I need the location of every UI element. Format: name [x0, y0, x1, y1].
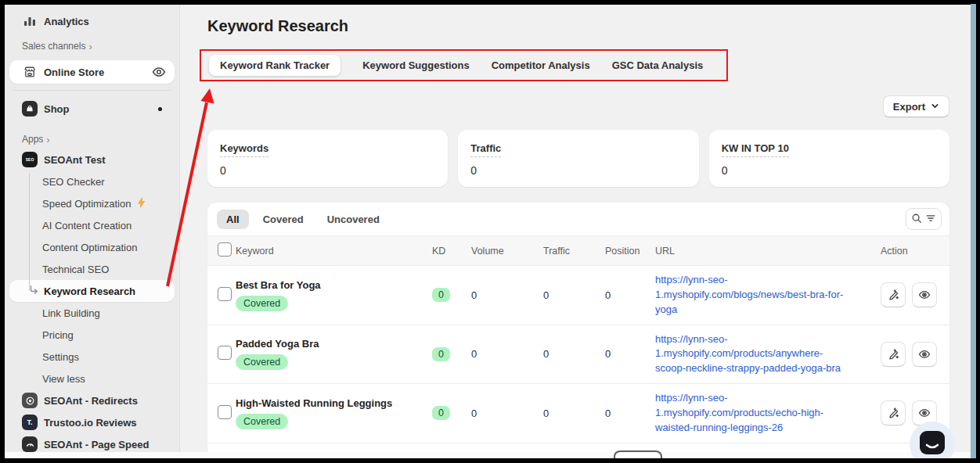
trustoo-app-icon: T.	[22, 415, 38, 430]
stat-label: KW IN TOP 10	[722, 142, 789, 157]
optimize-button[interactable]	[881, 282, 906, 307]
tab-keyword-suggestions[interactable]: Keyword Suggestions	[362, 55, 470, 76]
status-badge: Covered	[236, 414, 288, 429]
keyword-name: Best Bra for Yoga	[236, 279, 432, 291]
table-row: High-Waisted Running Leggings Covered 0 …	[207, 384, 949, 443]
seoant-app-icon: SEO	[22, 152, 38, 167]
chevron-down-icon	[931, 101, 939, 113]
chevron-right-icon: ›	[46, 134, 49, 145]
volume-value: 0	[471, 348, 543, 360]
stats-cards: Keywords 0 Traffic 0 KW IN TOP 10 0	[207, 130, 949, 187]
url-link[interactable]: https://lynn-seo-1.myshopify.com/product…	[655, 391, 881, 436]
sidebar-item-seo-checker[interactable]: SEO Checker	[9, 170, 175, 192]
sidebar-item-trustoo-reviews[interactable]: T. Trustoo.io Reviews	[9, 411, 175, 433]
view-store-eye-icon[interactable]	[151, 64, 167, 80]
shop-notification-dot	[158, 107, 167, 111]
status-badge: Covered	[236, 354, 288, 370]
stat-card-kw-in-top-10: KW IN TOP 10 0	[709, 130, 949, 187]
page-speed-app-icon	[22, 436, 38, 452]
sidebar-item-label: Keyword Research	[44, 285, 135, 297]
traffic-value: 0	[543, 348, 605, 360]
traffic-value: 0	[543, 407, 605, 419]
app-window: Analytics Sales channels› Online Store	[0, 0, 980, 463]
sidebar-item-content-optimization[interactable]: Content Optimization	[9, 236, 175, 258]
sidebar-item-online-store[interactable]: Online Store	[9, 60, 175, 84]
stat-label: Keywords	[220, 142, 268, 157]
sales-channels-header[interactable]: Sales channels›	[9, 38, 175, 54]
position-value: 0	[605, 407, 655, 419]
column-header-keyword: Keyword	[236, 246, 432, 257]
sidebar-item-link-building[interactable]: Link Building	[9, 302, 175, 324]
column-header-traffic: Traffic	[543, 246, 605, 257]
sidebar-item-label: Shop	[44, 103, 70, 115]
toolbar: Export	[207, 95, 949, 117]
tab-competitor-analysis[interactable]: Competitor Analysis	[492, 55, 590, 76]
volume-value: 0	[471, 407, 543, 419]
row-checkbox[interactable]	[218, 287, 232, 301]
traffic-value: 0	[543, 289, 605, 301]
url-link[interactable]: https://lynn-seo-1.myshopify.com/product…	[655, 332, 881, 377]
kd-value: 0	[432, 288, 450, 302]
sidebar-item-ai-content-creation[interactable]: AI Content Creation	[9, 214, 175, 236]
page-title: Keyword Research	[207, 17, 949, 35]
position-value: 0	[605, 348, 655, 360]
sidebar-item-technical-seo[interactable]: Technical SEO	[9, 258, 175, 280]
keyword-name: High-Waisted Running Leggings	[236, 397, 432, 409]
chat-bubble-icon	[917, 428, 947, 458]
stat-card-keywords: Keywords 0	[207, 130, 448, 187]
volume-value: 0	[471, 289, 543, 301]
tab-gsc-data-analysis[interactable]: GSC Data Analysis	[612, 55, 704, 76]
sidebar-item-keyword-research[interactable]: Keyword Research	[9, 280, 175, 302]
sidebar: Analytics Sales channels› Online Store	[5, 5, 180, 458]
nav-tree-connector	[29, 174, 30, 291]
sidebar-item-settings[interactable]: Settings	[9, 346, 175, 368]
select-all-checkbox[interactable]	[218, 242, 232, 257]
filter-tab-all[interactable]: All	[217, 210, 249, 229]
column-header-volume: Volume	[471, 246, 543, 257]
redirects-app-icon	[22, 393, 38, 408]
stat-label: Traffic	[470, 142, 501, 157]
sidebar-item-seoant-test[interactable]: SEO SEOAnt Test	[9, 149, 175, 170]
optimize-button[interactable]	[881, 400, 906, 425]
sidebar-item-label: Trustoo.io Reviews	[44, 417, 136, 429]
main-content: Keyword Research Keyword Rank Tracker Ke…	[180, 5, 971, 458]
stat-value: 0	[220, 164, 435, 177]
sidebar-item-speed-optimization[interactable]: Speed Optimization	[9, 192, 175, 214]
sidebar-item-label: SEOAnt Test	[44, 154, 106, 166]
export-button[interactable]: Export	[883, 95, 949, 117]
url-link[interactable]: https://lynn-seo-1.myshopify.com/blogs/n…	[655, 273, 881, 318]
filter-tab-covered[interactable]: Covered	[254, 210, 313, 229]
apps-header[interactable]: Apps›	[9, 131, 175, 147]
search-filter-button[interactable]	[906, 208, 942, 230]
view-button[interactable]	[912, 342, 937, 367]
analytics-icon	[22, 13, 38, 29]
keywords-table-card: All Covered Uncovered Keyword KD Volume …	[207, 203, 949, 458]
sidebar-item-analytics[interactable]: Analytics	[9, 10, 175, 32]
store-icon	[22, 64, 38, 80]
lightning-bolt-icon	[137, 197, 146, 210]
admin-viewport: Analytics Sales channels› Online Store	[5, 5, 971, 458]
row-checkbox[interactable]	[218, 405, 232, 419]
stat-value: 0	[722, 164, 937, 177]
sidebar-item-label: Analytics	[44, 16, 89, 27]
sidebar-item-pricing[interactable]: Pricing	[9, 324, 175, 346]
kd-value: 0	[432, 347, 450, 361]
chevron-right-icon: ›	[88, 41, 92, 52]
view-button[interactable]	[912, 282, 937, 307]
sidebar-item-view-less[interactable]: View less	[9, 368, 175, 389]
filter-tab-uncovered[interactable]: Uncovered	[318, 210, 389, 229]
tab-bar-annotation-box: Keyword Rank Tracker Keyword Suggestions…	[200, 49, 728, 81]
column-header-kd: KD	[432, 246, 471, 257]
sidebar-item-seoant-redirects[interactable]: SEOAnt - Redirects	[9, 389, 175, 411]
status-badge: Covered	[236, 296, 288, 311]
window-edge-strip	[971, 4, 976, 458]
pagination-button-clipped[interactable]	[614, 450, 662, 458]
keyword-name: Padded Yoga Bra	[236, 338, 432, 350]
optimize-button[interactable]	[881, 342, 906, 367]
row-checkbox[interactable]	[218, 346, 232, 360]
table-row: Padded Yoga Bra Covered 0 0 0 0 https://…	[207, 325, 949, 385]
search-icon	[911, 213, 922, 226]
sidebar-item-label: SEOAnt - Redirects	[44, 395, 138, 407]
tab-keyword-rank-tracker[interactable]: Keyword Rank Tracker	[209, 55, 340, 76]
sidebar-item-shop[interactable]: Shop	[9, 97, 175, 120]
